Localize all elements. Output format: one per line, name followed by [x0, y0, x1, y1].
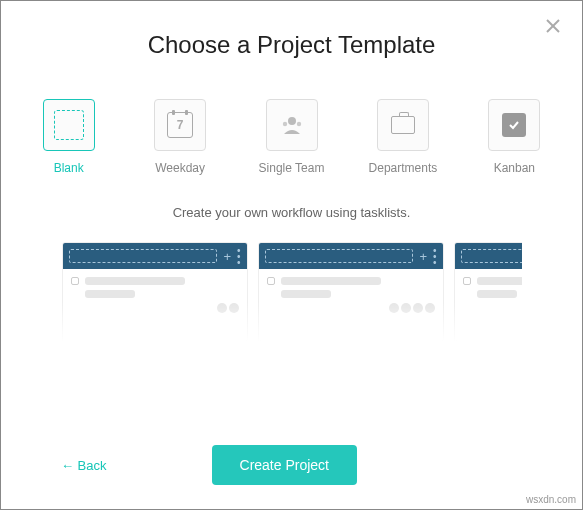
watermark: wsxdn.com — [526, 494, 576, 505]
template-label: Blank — [54, 161, 84, 175]
template-description: Create your own workflow using tasklists… — [31, 205, 552, 220]
template-modal: Choose a Project Template Blank 7 Weekda… — [1, 1, 582, 509]
create-project-button[interactable]: Create Project — [212, 445, 357, 485]
close-icon[interactable] — [544, 17, 562, 35]
more-icon: ••• — [433, 248, 437, 265]
plus-icon: + — [419, 250, 427, 263]
template-weekday[interactable]: 7 Weekday — [142, 99, 217, 175]
checkbox-icon — [502, 113, 526, 137]
preview-card — [454, 242, 522, 342]
more-icon: ••• — [237, 248, 241, 265]
template-label: Single Team — [259, 161, 325, 175]
tasklist-name-slot — [265, 249, 414, 263]
svg-point-3 — [282, 122, 286, 126]
template-label: Kanban — [494, 161, 535, 175]
modal-title: Choose a Project Template — [31, 31, 552, 59]
template-single-team[interactable]: Single Team — [254, 99, 329, 175]
template-blank[interactable]: Blank — [31, 99, 106, 175]
template-list: Blank 7 Weekday Single Team Departments — [31, 99, 552, 175]
template-departments[interactable]: Departments — [365, 99, 440, 175]
calendar-icon: 7 — [167, 112, 193, 138]
template-kanban[interactable]: Kanban — [477, 99, 552, 175]
tasklist-name-slot — [461, 249, 522, 263]
svg-point-2 — [288, 117, 296, 125]
tasklist-name-slot — [69, 249, 218, 263]
preview-card: + ••• — [62, 242, 248, 342]
modal-footer: ← Back Create Project — [31, 435, 552, 485]
template-preview: + ••• + ••• — [62, 242, 522, 342]
template-label: Weekday — [155, 161, 205, 175]
team-icon — [279, 112, 305, 138]
blank-icon — [54, 110, 84, 140]
template-label: Departments — [369, 161, 438, 175]
briefcase-icon — [391, 116, 415, 134]
preview-card: + ••• — [258, 242, 444, 342]
svg-point-4 — [296, 122, 300, 126]
back-button[interactable]: ← Back — [61, 458, 107, 473]
plus-icon: + — [223, 250, 231, 263]
